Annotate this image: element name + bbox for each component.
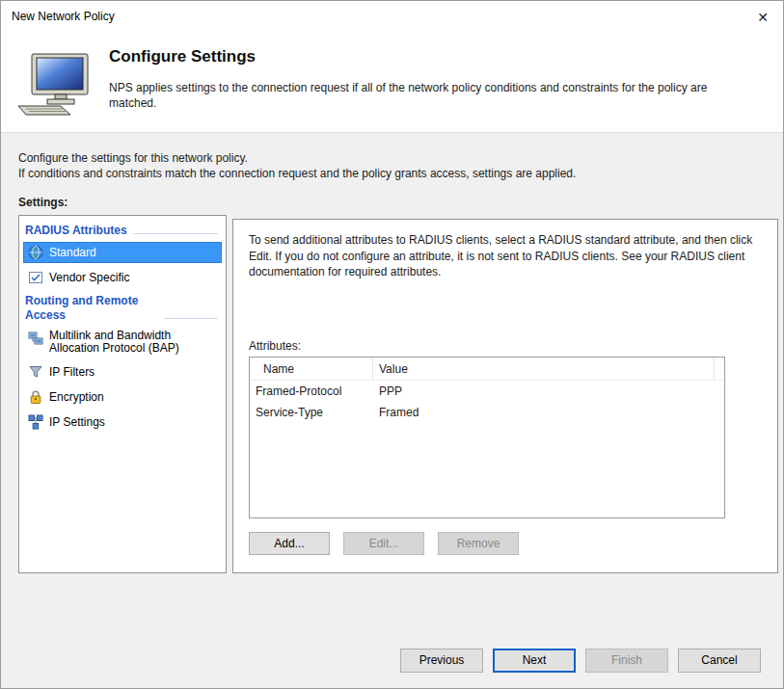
settings-sidebar: RADIUS Attributes Standard (18, 215, 227, 573)
settings-label: Settings: (18, 196, 68, 209)
sidebar-item-standard[interactable]: Standard (23, 242, 222, 263)
previous-button[interactable]: Previous (400, 649, 483, 673)
cancel-button[interactable]: Cancel (678, 649, 761, 673)
wizard-header: Configure Settings NPS applies settings … (1, 32, 783, 133)
group-label: RADIUS Attributes (25, 224, 127, 238)
panel-description: To send additional attributes to RADIUS … (249, 232, 768, 280)
column-header-value[interactable]: Value (373, 358, 715, 380)
intro-line2: If conditions and constraints match the … (18, 167, 576, 180)
sidebar-item-label: Multilink and Bandwidth Allocation Proto… (49, 330, 194, 355)
sidebar-item-multilink-bap[interactable]: Multilink and Bandwidth Allocation Proto… (23, 327, 222, 358)
column-header-spacer (715, 358, 724, 380)
description-line1: NPS applies settings to the connection r… (109, 80, 782, 95)
edit-button: Edit... (343, 532, 424, 555)
network-nodes-icon (28, 414, 43, 430)
next-button[interactable]: Next (493, 649, 576, 673)
cell-name: Framed-Protocol (250, 384, 373, 398)
attributes-table: Name Value Framed-Protocol PPP Service-T… (249, 357, 725, 518)
funnel-icon (28, 364, 43, 380)
remove-button: Remove (438, 532, 519, 555)
sidebar-item-label: IP Settings (49, 415, 105, 429)
group-rule (133, 233, 218, 234)
computer-icon (16, 53, 95, 117)
checklist-icon (28, 270, 43, 285)
sidebar-item-label: IP Filters (49, 365, 95, 379)
group-rule (164, 318, 218, 319)
page-title: Configure Settings (109, 47, 256, 66)
computers-icon (28, 331, 43, 346)
table-row[interactable]: Framed-Protocol PPP (250, 381, 724, 402)
sidebar-item-label: Standard (49, 246, 96, 259)
window-title: New Network Policy (12, 10, 115, 23)
standard-attributes-panel: To send additional attributes to RADIUS … (232, 219, 778, 573)
sidebar-item-ip-filters[interactable]: IP Filters (23, 361, 222, 383)
sidebar-group-radius-attributes: RADIUS Attributes (25, 224, 220, 238)
column-header-name[interactable]: Name (250, 358, 373, 380)
add-button[interactable]: Add... (249, 532, 330, 555)
attribute-actions: Add... Edit... Remove (249, 532, 519, 555)
attributes-label: Attributes: (249, 339, 301, 353)
sidebar-item-label: Encryption (49, 390, 104, 404)
sidebar-item-vendor-specific[interactable]: Vendor Specific (23, 267, 222, 288)
description-line2: matched. (109, 95, 782, 111)
globe-icon (28, 245, 43, 260)
sidebar-group-routing-remote-access: Routing and Remote Access (25, 294, 220, 323)
page-description: NPS applies settings to the connection r… (109, 80, 782, 111)
titlebar[interactable]: New Network Policy ✕ (1, 1, 783, 32)
close-icon[interactable]: ✕ (752, 7, 773, 28)
cell-value: Framed (373, 406, 724, 419)
sidebar-item-label: Vendor Specific (49, 271, 129, 284)
finish-button: Finish (585, 649, 668, 673)
padlock-icon (28, 389, 43, 405)
intro-line1: Configure the settings for this network … (18, 151, 248, 165)
table-row[interactable]: Service-Type Framed (250, 402, 724, 423)
table-header: Name Value (250, 358, 724, 381)
cell-name: Service-Type (250, 406, 373, 419)
sidebar-item-encryption[interactable]: Encryption (23, 386, 222, 408)
cell-value: PPP (373, 384, 724, 398)
sidebar-item-ip-settings[interactable]: IP Settings (23, 411, 222, 433)
group-label: Routing and Remote Access (25, 294, 158, 323)
new-network-policy-dialog: New Network Policy ✕ (0, 0, 784, 689)
